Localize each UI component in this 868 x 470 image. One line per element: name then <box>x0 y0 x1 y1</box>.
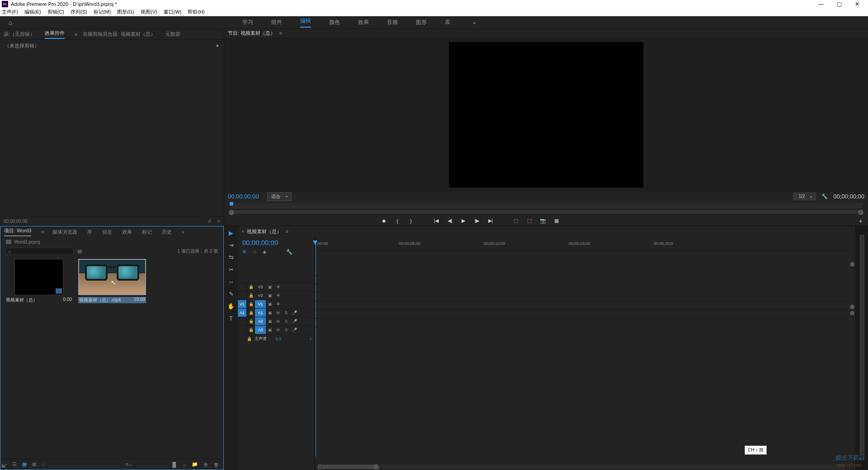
ime-indicator[interactable]: CH ♪ 简 <box>745 446 767 455</box>
workspace-color[interactable]: 颜色 <box>329 19 340 26</box>
project-item-sequence[interactable]: 视频素材（总） 0:00 <box>5 259 73 303</box>
close-button[interactable]: ✕ <box>848 1 866 7</box>
playhead-marker[interactable] <box>230 202 233 206</box>
maximize-button[interactable]: ▢ <box>830 1 848 7</box>
menu-graphics[interactable]: 图形(G) <box>117 9 134 15</box>
video-thumbnail[interactable]: ↖ <box>78 259 146 295</box>
tab-source[interactable]: 源:（无剪辑） <box>4 31 35 38</box>
sync-lock-icon[interactable]: ▣ <box>266 285 274 289</box>
scroll-handle-right[interactable] <box>373 464 379 470</box>
timeline-menu-icon[interactable]: ≡ <box>285 229 288 234</box>
project-item-video[interactable]: ↖ 视频素材（总）.mp4 19:09 <box>78 259 146 303</box>
new-bin-icon[interactable]: 📁 <box>192 461 198 467</box>
hand-tool-icon[interactable]: ✋ <box>227 303 235 310</box>
icon-view-icon[interactable]: ▦ <box>22 461 27 467</box>
zoom-fit-dropdown[interactable]: 适合 <box>267 192 292 201</box>
track-v2[interactable]: 🔒 V2 ▣ 👁 <box>238 291 314 300</box>
extract-button[interactable]: ⬚ <box>526 218 533 224</box>
menu-help[interactable]: 帮助(H) <box>188 9 204 15</box>
voice-over-icon[interactable]: 🎤 <box>290 310 298 315</box>
minimize-button[interactable]: — <box>812 1 830 7</box>
comparison-view-button[interactable]: ▦ <box>553 218 560 224</box>
program-timecode-left[interactable]: 00;00;00;00 <box>228 193 259 200</box>
scroll-handle-right[interactable] <box>858 210 863 215</box>
mark-out-button[interactable]: } <box>408 218 414 224</box>
tab-project[interactable]: 项目: Word3 <box>4 227 31 236</box>
tab-info[interactable]: 信息 <box>102 229 112 235</box>
workspace-overflow-icon[interactable]: » <box>473 20 476 25</box>
go-to-in-button[interactable]: |◀ <box>433 218 439 224</box>
mute-icon[interactable]: M <box>274 310 282 315</box>
panel-menu-icon[interactable]: ≡ <box>41 229 44 235</box>
settings-wrench-icon[interactable]: 🔧 <box>821 193 828 199</box>
tab-markers[interactable]: 标记 <box>142 229 152 235</box>
track-v1[interactable]: V1🔒 V1 ▣ 👁 <box>238 300 314 308</box>
menu-markers[interactable]: 标记(M) <box>94 9 111 15</box>
menu-clip[interactable]: 剪辑(C) <box>47 9 64 15</box>
go-to-out-button[interactable]: ▶| <box>487 218 494 224</box>
linked-selection-icon[interactable]: ∩ <box>253 249 256 255</box>
master-expand-icon[interactable]: ⫞ <box>309 337 311 341</box>
sequence-thumbnail[interactable] <box>14 259 63 295</box>
step-forward-button[interactable]: |▶ <box>474 218 480 224</box>
clear-icon[interactable]: 🗑 <box>214 462 219 467</box>
program-zoom-scrollbar[interactable] <box>230 210 863 214</box>
workspace-graphics[interactable]: 图形 <box>416 19 427 26</box>
solo-icon[interactable]: S <box>282 310 290 315</box>
menu-file[interactable]: 文件(F) <box>2 9 18 15</box>
timeline-vertical-scrollbar[interactable] <box>849 237 855 470</box>
track-master[interactable]: 🔒 主声道 0.0 ⫞ <box>238 334 314 343</box>
workspace-audio[interactable]: 音频 <box>387 19 398 26</box>
tabs-overflow-icon[interactable]: » <box>182 229 184 235</box>
zoom-slider-icon[interactable]: ○ <box>42 462 45 467</box>
workspace-learn[interactable]: 学习 <box>242 19 253 26</box>
track-a2[interactable]: 🔒 A2 ▣ M S 🎤 <box>238 317 314 325</box>
source-patch-a1[interactable]: A1 <box>238 309 247 317</box>
play-button[interactable]: ▶ <box>460 218 467 224</box>
home-icon[interactable]: ⌂ <box>4 19 17 26</box>
chevron-right-icon[interactable]: ▸ <box>217 42 219 214</box>
workspace-editing[interactable]: 编辑 <box>300 17 311 28</box>
mark-in-icon[interactable]: ◆ <box>381 218 387 224</box>
menu-view[interactable]: 视图(V) <box>141 9 157 15</box>
export-frame-button[interactable]: 📷 <box>540 218 546 224</box>
workspace-libraries[interactable]: 库 <box>445 19 450 26</box>
pen-tool-icon[interactable]: ✎ <box>227 291 235 297</box>
tab-effect-controls[interactable]: 效果控件 <box>45 30 65 39</box>
program-video-display[interactable] <box>449 42 643 188</box>
program-menu-icon[interactable]: ≡ <box>279 30 282 36</box>
slip-tool-icon[interactable]: ↔ <box>227 278 235 285</box>
selection-tool-icon[interactable]: ▶ <box>227 230 235 236</box>
type-tool-icon[interactable]: T <box>227 315 235 322</box>
track-a1[interactable]: A1🔒 A1 ▣ M S 🎤 <box>238 308 314 317</box>
loop-icon[interactable]: ↺ <box>208 219 211 224</box>
audio-meter[interactable] <box>860 235 864 455</box>
search-input[interactable] <box>6 248 74 255</box>
find-icon[interactable]: ⌕ <box>183 462 186 467</box>
new-item-icon[interactable]: 🗎 <box>203 462 208 467</box>
add-marker-icon[interactable]: ◈ <box>263 249 266 255</box>
timeline-timecode[interactable]: 00;00;00;00 <box>242 239 278 246</box>
bin-icon[interactable]: ▤ <box>77 249 82 254</box>
tab-audio-mixer[interactable]: 音频剪辑混合器: 视频素材（总） <box>83 31 155 38</box>
track-output-icon[interactable]: 👁 <box>274 285 282 289</box>
freeform-view-icon[interactable]: ⊞ <box>32 461 36 467</box>
tab-metadata[interactable]: 元数据 <box>165 31 180 38</box>
program-scrub-bar[interactable] <box>230 203 863 208</box>
workspace-effects[interactable]: 效果 <box>358 19 369 26</box>
tab-libraries[interactable]: 库 <box>87 229 92 235</box>
resolution-dropdown[interactable]: 1/2 <box>793 193 816 200</box>
mark-in-button[interactable]: { <box>394 218 401 224</box>
tab-effects-panel[interactable]: 效果 <box>122 229 132 235</box>
close-sequence-icon[interactable]: × <box>241 229 244 234</box>
menu-sequence[interactable]: 序列(S) <box>71 9 87 15</box>
track-select-tool-icon[interactable]: ⇥ <box>227 242 235 249</box>
track-v3[interactable]: 🔒 V3 ▣ 👁 <box>238 282 314 291</box>
scroll-handle-left[interactable] <box>229 210 234 215</box>
master-level-value[interactable]: 0.0 <box>276 337 282 341</box>
automate-icon[interactable]: ▐▌ <box>170 462 178 467</box>
menu-edit[interactable]: 编辑(E) <box>24 9 41 15</box>
button-editor-icon[interactable]: + <box>859 217 863 225</box>
timeline-sequence-name[interactable]: 视频素材（总） <box>247 228 282 235</box>
tab-media-browser[interactable]: 媒体浏览器 <box>52 229 77 235</box>
